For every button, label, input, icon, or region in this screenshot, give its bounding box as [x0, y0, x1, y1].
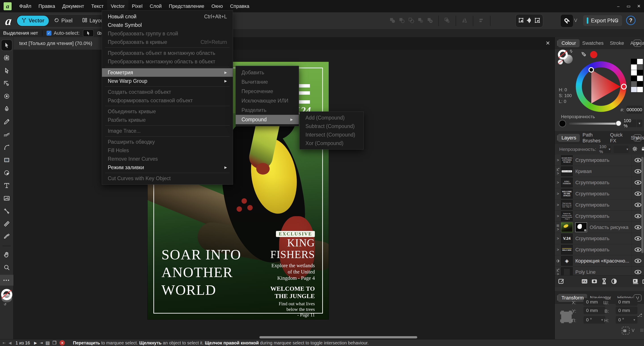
fx-icon[interactable]: FX — [581, 278, 588, 285]
auto-select-checkbox[interactable]: ✓ — [46, 31, 52, 36]
persona-vector[interactable]: Vector — [17, 16, 49, 26]
colour-tab-colour[interactable]: Colour — [558, 39, 580, 47]
swatch[interactable] — [631, 81, 637, 87]
edit-all-layers-icon[interactable] — [558, 278, 564, 285]
prev-page-icon[interactable]: ◀ — [8, 341, 12, 345]
layer-row[interactable]: >WILD SIDEСгруппировать — [555, 244, 644, 255]
layers-scrollbar[interactable] — [641, 157, 644, 253]
minimize-button[interactable]: – — [613, 0, 624, 12]
preflight-icon[interactable]: ✕ — [60, 340, 65, 345]
node-tool[interactable] — [1, 65, 12, 76]
stroke-fill-swap-icon[interactable]: ⇆ — [558, 50, 578, 65]
move-tool[interactable] — [1, 40, 12, 51]
cycle-selection-box-icon[interactable] — [518, 18, 524, 24]
layer-row[interactable]: >SOAR INTO ANOTHER WORLDСгруппировать — [555, 155, 644, 166]
adjustment-icon[interactable] — [611, 278, 618, 285]
layer-row[interactable]: >WELCOME TO THE JUNGLEСгруппировать — [555, 188, 644, 199]
layer-row[interactable]: ◈Коррекция «Красочно... — [555, 255, 644, 266]
colour-selector[interactable]: ↺ — [1, 289, 13, 305]
colour-chevron-icon[interactable]: ⋁ — [634, 40, 642, 47]
swatch[interactable] — [631, 76, 637, 81]
hue-handle[interactable] — [621, 84, 627, 90]
opacity-swatch[interactable] — [559, 120, 566, 127]
layers-opacity-dropdown[interactable]: 100 %▼ — [599, 145, 611, 153]
contour-tool[interactable] — [1, 78, 12, 89]
reader-view-icon[interactable]: ▤ — [46, 340, 50, 345]
geometry-menu-item[interactable]: Compound▶ — [236, 115, 299, 124]
next-page-icon[interactable]: ▶ — [34, 341, 37, 345]
rectangle-tool[interactable] — [1, 155, 12, 165]
hex-field[interactable]: 000000 — [626, 106, 642, 114]
vector-menu-item[interactable]: Режим заливки▶ — [102, 163, 233, 172]
layer-row[interactable]: >Find out what lives below the trees - P… — [555, 199, 644, 211]
layer-row[interactable]: >EXCLUSIVEКривая — [555, 166, 644, 177]
horizontal-scrollbar[interactable] — [260, 336, 417, 338]
transform-object-icon[interactable] — [534, 18, 540, 24]
artboard-tool[interactable] — [1, 53, 12, 63]
triangle-handle[interactable] — [588, 67, 594, 73]
swatch[interactable] — [631, 65, 637, 70]
export-chevron-icon[interactable]: ⋁ — [616, 18, 618, 23]
opacity-value[interactable]: 100 % — [624, 120, 636, 127]
pen-tool[interactable] — [1, 104, 12, 114]
zoom-tool[interactable] — [1, 262, 12, 273]
gear-icon[interactable] — [632, 146, 638, 152]
colour-wheel[interactable] — [576, 61, 626, 112]
blend-mode-dropdown[interactable]: ▼ — [614, 145, 629, 153]
shape-tool[interactable] — [1, 167, 12, 178]
hourglass-icon[interactable] — [601, 278, 608, 285]
help-button[interactable]: ? — [626, 16, 636, 25]
corner-tool[interactable] — [1, 142, 12, 153]
mask-layer-icon[interactable] — [591, 278, 598, 285]
menubar-item-документ[interactable]: Документ — [58, 0, 88, 12]
image-place-tool[interactable] — [1, 193, 12, 204]
constraints-chevron-icon[interactable]: ⋁ — [632, 328, 634, 332]
lock-icon[interactable] — [641, 146, 644, 152]
swatch[interactable] — [637, 76, 643, 81]
maximize-button[interactable]: ▭ — [624, 0, 634, 12]
vector-menu-item[interactable]: New Warp Group▶ — [102, 77, 233, 85]
opacity-slider[interactable] — [569, 123, 619, 125]
transform-field-В[interactable]: 0 mm — [616, 307, 638, 314]
swatch[interactable] — [631, 87, 637, 92]
swatch[interactable] — [637, 87, 643, 92]
menubar-item-правка[interactable]: Правка — [35, 0, 58, 12]
layers-tab-path-brushes[interactable]: Path Brushes — [582, 132, 604, 144]
snapping-toggle-button[interactable] — [560, 14, 573, 27]
swatch[interactable] — [637, 70, 643, 75]
snapping-options-chevron-icon[interactable]: ⋁ — [574, 18, 577, 22]
colour-tab-swatches[interactable]: Swatches — [582, 40, 604, 46]
first-page-icon[interactable]: ⇤ — [3, 341, 6, 345]
swatch[interactable] — [637, 81, 643, 87]
edit-points-icon[interactable] — [526, 18, 532, 24]
close-document-icon[interactable]: ✕ — [546, 40, 550, 46]
vector-brush-tool[interactable] — [1, 129, 12, 140]
opacity-slider-knob[interactable] — [616, 120, 622, 126]
close-button[interactable]: ✕ — [634, 0, 644, 12]
vector-menu-item[interactable]: Create Symbol — [102, 21, 233, 29]
text-tool[interactable] — [1, 180, 12, 191]
layer-row[interactable]: ⊠>Область рисунка — [555, 222, 644, 233]
more-tools[interactable]: ••• — [0, 275, 14, 285]
constraints-icon[interactable] — [622, 327, 630, 334]
layer-row[interactable]: >Explore the wetlands of the United King… — [555, 211, 644, 222]
swatch[interactable] — [637, 59, 643, 64]
persona-pixel[interactable]: Pixel — [50, 16, 77, 26]
transform-field-Ш[interactable]: 0 mm — [616, 298, 638, 306]
group-icon[interactable] — [642, 278, 644, 285]
colour-picker-icon[interactable]: ✐ — [580, 51, 588, 57]
menubar-item-файл[interactable]: Файл — [16, 0, 35, 12]
selection-brush-tool[interactable] — [1, 91, 12, 102]
opacity-chevron-icon[interactable]: ▼ — [636, 120, 642, 127]
layer-row[interactable]: >KING FISHERSСгруппировать — [555, 177, 644, 188]
image-layer-icon[interactable] — [632, 278, 639, 285]
colour-picker-tool[interactable] — [1, 231, 12, 242]
layers-chevron-icon[interactable]: ⋁ — [634, 134, 642, 141]
point-transform-tool[interactable] — [1, 206, 12, 216]
layers-tab-layers[interactable]: Layers — [558, 134, 580, 142]
swatch[interactable] — [631, 59, 637, 64]
measure-tool[interactable] — [1, 218, 12, 229]
transform-field-Н[interactable]: 0 °▼ — [616, 316, 638, 324]
swatch[interactable] — [637, 65, 643, 70]
move-cursor-icon[interactable] — [83, 30, 94, 37]
